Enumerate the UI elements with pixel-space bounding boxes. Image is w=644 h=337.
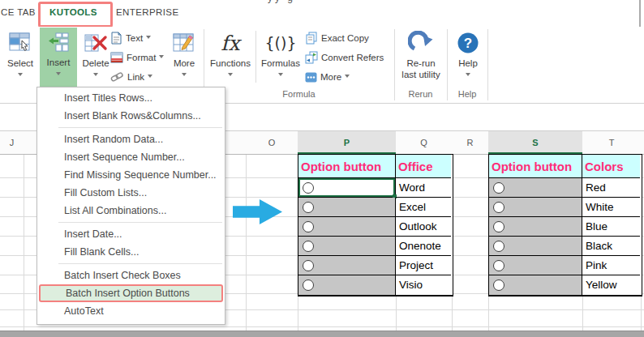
chevron-down-icon bbox=[159, 55, 164, 61]
chevron-down-icon bbox=[466, 73, 470, 79]
table-row: White bbox=[489, 198, 642, 217]
option-cell[interactable] bbox=[489, 198, 582, 217]
table-row: Visio bbox=[298, 275, 453, 295]
formulas-icon: {()} bbox=[264, 34, 296, 52]
color-cell[interactable]: Black bbox=[582, 237, 640, 256]
column-header-r[interactable]: R bbox=[452, 131, 488, 154]
color-cell[interactable]: Red bbox=[582, 178, 640, 198]
option-cell[interactable] bbox=[298, 237, 396, 256]
office-cell[interactable]: Excel bbox=[396, 198, 451, 217]
color-cell[interactable]: Pink bbox=[582, 256, 640, 275]
radio-button-icon[interactable] bbox=[303, 260, 314, 271]
menu-item-batch-insert-option-buttons[interactable]: Batch Insert Option Buttons bbox=[39, 284, 223, 302]
delete-button[interactable]: Delete bbox=[78, 28, 114, 90]
header-cell-option-button[interactable]: Option button bbox=[489, 155, 582, 178]
option-cell[interactable] bbox=[298, 198, 396, 217]
menu-item-insert-date[interactable]: Insert Date... bbox=[37, 225, 225, 243]
more-formula-button[interactable]: More bbox=[305, 69, 350, 85]
menu-item-fill-blank-cells[interactable]: Fill Blank Cells... bbox=[37, 243, 225, 261]
chevron-down-icon bbox=[146, 36, 151, 41]
text-button[interactable]: Text bbox=[110, 30, 151, 46]
tab-office-tab[interactable]: CE TAB bbox=[1, 7, 36, 17]
radio-button-icon[interactable] bbox=[493, 260, 504, 271]
menu-item-insert-titles-rows[interactable]: Insert Titles Rows... bbox=[37, 89, 225, 107]
convert-refers-icon bbox=[305, 51, 318, 64]
menu-item-fill-custom-lists[interactable]: Fill Custom Lists... bbox=[37, 184, 225, 202]
radio-button-icon[interactable] bbox=[493, 182, 504, 194]
column-header-o[interactable]: O bbox=[246, 131, 298, 154]
radio-button-icon[interactable] bbox=[493, 279, 504, 291]
column-header-p[interactable]: P bbox=[298, 131, 396, 154]
menu-item-find-missing-sequence-number[interactable]: Find Missing Sequence Number... bbox=[37, 166, 225, 184]
help-icon: ? bbox=[449, 28, 487, 58]
gridline bbox=[246, 131, 247, 337]
office-cell[interactable]: Project bbox=[396, 256, 451, 275]
option-cell[interactable] bbox=[298, 217, 396, 237]
radio-button-icon[interactable] bbox=[493, 241, 504, 252]
select-button[interactable]: Select bbox=[2, 28, 39, 90]
insert-button[interactable]: Insert bbox=[40, 28, 77, 90]
blue-arrow-icon bbox=[233, 199, 282, 224]
option-cell[interactable] bbox=[298, 256, 396, 275]
header-cell-office[interactable]: Office bbox=[396, 155, 451, 178]
office-cell[interactable]: Word bbox=[396, 178, 451, 198]
radio-button-icon[interactable] bbox=[493, 221, 504, 232]
table-header-row: Option button Colors bbox=[489, 155, 642, 178]
option-cell[interactable] bbox=[298, 275, 396, 295]
radio-button-icon[interactable] bbox=[303, 241, 314, 252]
column-header-q[interactable]: Q bbox=[396, 131, 452, 154]
menu-item-list-all-combinations[interactable]: List All Combinations... bbox=[37, 202, 225, 220]
option-cell[interactable] bbox=[489, 256, 582, 275]
office-cell[interactable]: Visio bbox=[396, 275, 451, 295]
functions-button[interactable]: fx Functions bbox=[207, 28, 254, 90]
format-button[interactable]: Format bbox=[110, 49, 164, 66]
group-label-rerun: Rerun bbox=[394, 89, 447, 99]
svg-text:?: ? bbox=[464, 36, 472, 51]
office-cell[interactable]: Onenote bbox=[396, 237, 451, 256]
tab-enterprise[interactable]: ENTERPRISE bbox=[116, 7, 179, 17]
column-header-s[interactable]: S bbox=[488, 131, 582, 154]
table-row: Yellow bbox=[489, 275, 642, 295]
color-cell[interactable]: White bbox=[582, 198, 640, 217]
radio-button-icon[interactable] bbox=[303, 279, 314, 291]
option-cell[interactable] bbox=[489, 217, 582, 237]
menu-item-insert-random-data[interactable]: Insert Random Data... bbox=[37, 130, 225, 148]
option-cell[interactable] bbox=[489, 275, 582, 295]
rerun-last-utility-button[interactable]: Re-run last utility bbox=[397, 28, 445, 90]
group-label-help: Help bbox=[447, 89, 487, 99]
chevron-down-icon bbox=[228, 73, 233, 79]
chevron-down-icon bbox=[18, 73, 23, 79]
menu-item-batch-insert-check-boxes[interactable]: Batch Insert Check Boxes bbox=[37, 267, 225, 284]
radio-button-icon[interactable] bbox=[303, 221, 314, 232]
office-cell[interactable]: Outlook bbox=[396, 217, 451, 237]
radio-button-icon[interactable] bbox=[303, 182, 314, 194]
column-header-j[interactable]: J bbox=[0, 131, 24, 154]
radio-button-icon[interactable] bbox=[303, 202, 314, 213]
menu-item-insert-sequence-number[interactable]: Insert Sequence Number... bbox=[37, 148, 225, 166]
table-row: Project bbox=[298, 256, 453, 275]
exact-copy-button[interactable]: Exact Copy bbox=[305, 30, 369, 46]
horizontal-scrollbar[interactable] bbox=[0, 331, 644, 337]
option-cell[interactable] bbox=[489, 178, 582, 198]
color-cell[interactable]: Yellow bbox=[582, 275, 640, 295]
option-cell[interactable] bbox=[489, 237, 582, 256]
insert-dropdown-menu: Insert Titles Rows... Insert Blank Rows&… bbox=[36, 87, 225, 325]
menu-item-autotext[interactable]: AutoText bbox=[37, 302, 225, 320]
table-row: Red bbox=[489, 178, 642, 198]
formulas-button[interactable]: {()} Formulas bbox=[257, 28, 304, 90]
window-edge-line bbox=[639, 0, 641, 27]
column-header-t[interactable]: T bbox=[582, 131, 641, 154]
more-button[interactable]: More bbox=[167, 28, 201, 90]
excel-kutools-window: yy g CE TAB KUTOOLS ENTERPRISE Select bbox=[0, 0, 644, 337]
select-icon bbox=[2, 28, 39, 58]
header-cell-colors[interactable]: Colors bbox=[582, 155, 640, 178]
menu-item-insert-blank-rows-columns[interactable]: Insert Blank Rows&Columns... bbox=[37, 107, 225, 125]
option-cell-active[interactable] bbox=[298, 178, 396, 198]
color-cell[interactable]: Blue bbox=[582, 217, 640, 237]
more-icon bbox=[167, 28, 201, 58]
help-button[interactable]: ? Help bbox=[449, 28, 487, 90]
convert-refers-button[interactable]: Convert Refers bbox=[305, 49, 384, 66]
link-button[interactable]: Link bbox=[110, 69, 152, 85]
header-cell-option-button[interactable]: Option button bbox=[298, 155, 396, 178]
radio-button-icon[interactable] bbox=[493, 202, 504, 213]
